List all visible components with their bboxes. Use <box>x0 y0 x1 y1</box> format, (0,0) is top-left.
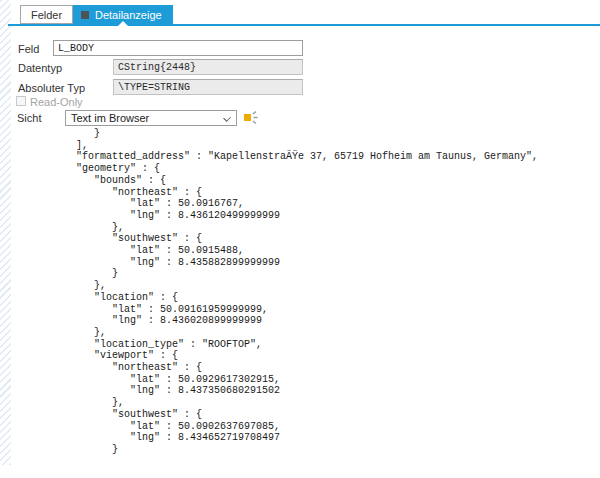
left-stripe-decoration <box>0 0 11 465</box>
json-text-viewer: } ], "formatted_address" : "Kapellenstra… <box>22 128 597 456</box>
absoluter-typ-field: \TYPE=STRING <box>113 79 303 95</box>
feld-label: Feld <box>18 43 39 55</box>
chevron-down-icon <box>223 114 231 122</box>
tab-underline <box>8 24 600 26</box>
tab-felder[interactable]: Felder <box>20 5 73 24</box>
square-icon <box>81 11 89 19</box>
datentyp-label: Datentyp <box>18 62 62 74</box>
read-only-checkbox <box>16 96 26 106</box>
absoluter-typ-label: Absoluter Typ <box>18 82 85 94</box>
sicht-dropdown-value: Text im Browser <box>71 112 149 124</box>
feld-input[interactable]: L_BODY <box>53 40 303 56</box>
detail-display-panel: Felder Detailanzeige Feld L_BODY Datenty… <box>0 0 600 478</box>
sicht-label: Sicht <box>17 112 41 124</box>
tab-felder-label: Felder <box>31 9 62 21</box>
orange-share-icon <box>243 110 259 126</box>
value-help-button[interactable] <box>243 110 259 126</box>
sicht-dropdown[interactable]: Text im Browser <box>65 110 237 126</box>
read-only-label: Read-Only <box>30 96 83 108</box>
tab-strip: Felder Detailanzeige <box>0 0 600 26</box>
datentyp-field: CString{2448} <box>113 59 303 75</box>
